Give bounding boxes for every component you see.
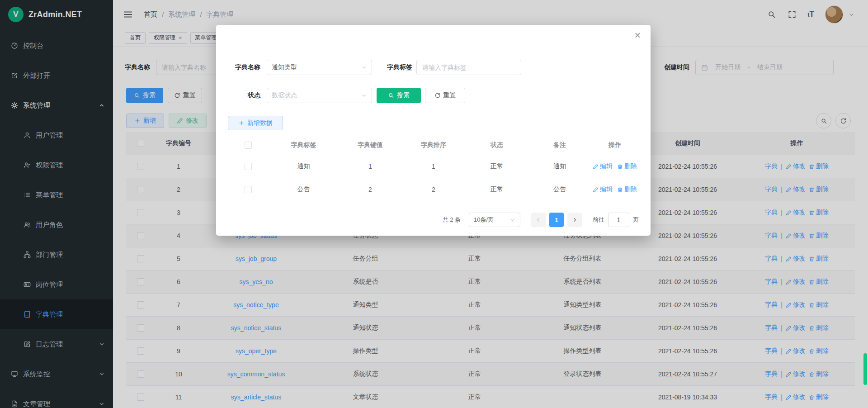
cell-ops: 编辑 删除	[591, 185, 639, 194]
add-data-button[interactable]: 新增数据	[228, 116, 283, 130]
chevron-left-icon	[535, 217, 542, 223]
cell-dict-label: 通知	[269, 162, 339, 171]
dict-label-input[interactable]	[416, 60, 521, 75]
page-number-1[interactable]: 1	[549, 213, 564, 227]
plus-icon	[238, 120, 245, 126]
page-unit-label: 页	[633, 216, 639, 224]
cell-dict-label: 公告	[269, 185, 339, 194]
status-select[interactable]: 数据状态	[267, 88, 372, 103]
goto-label: 前往	[593, 216, 604, 224]
modal-search-button[interactable]: 搜索	[377, 88, 421, 103]
delete-link[interactable]: 删除	[617, 162, 637, 171]
row-checkbox[interactable]	[245, 163, 252, 170]
cell-dict-sort: 1	[402, 163, 465, 170]
delete-link[interactable]: 删除	[617, 185, 637, 194]
scrollbar-thumb[interactable]	[863, 353, 867, 385]
goto-page-input[interactable]	[608, 213, 629, 227]
chevron-down-icon	[509, 217, 515, 223]
edit-link[interactable]: 编辑	[593, 162, 613, 171]
dict-label-label: 字典标签	[379, 63, 412, 71]
chevron-down-icon	[361, 65, 367, 71]
cell-dict-value: 1	[339, 163, 402, 170]
refresh-icon	[434, 92, 441, 99]
cell-status: 正常	[465, 162, 528, 171]
modal-filter-row-2: 状态 数据状态 搜索 重置	[228, 88, 465, 103]
modal-reset-button[interactable]: 重置	[425, 88, 465, 103]
cell-dict-sort: 2	[402, 186, 465, 193]
dict-data-row: 公告 2 2 正常 公告 编辑 删除	[228, 178, 639, 201]
header-dict-sort: 字典排序	[402, 141, 465, 149]
chevron-down-icon	[361, 93, 367, 99]
header-ops: 操作	[591, 141, 639, 149]
modal-table-body: 通知 1 1 正常 通知 编辑 删除 公告 2 2 正常 公告 编辑 删除	[228, 155, 639, 201]
modal-filter-row-1: 字典名称 通知类型 字典标签	[228, 60, 521, 75]
search-icon	[388, 92, 394, 99]
header-remark: 备注	[528, 141, 591, 149]
row-checkbox[interactable]	[245, 186, 252, 193]
trash-icon	[617, 164, 623, 170]
close-icon[interactable]: ×	[635, 30, 641, 41]
dict-data-table-header: 字典标签 字典键值 字典排序 状态 备注 操作	[228, 135, 639, 155]
dict-data-table: 字典标签 字典键值 字典排序 状态 备注 操作 通知 1 1 正常 通知 编辑 …	[228, 135, 639, 201]
dict-name-select[interactable]: 通知类型	[267, 60, 372, 75]
cell-remark: 通知	[528, 162, 591, 171]
cell-status: 正常	[465, 185, 528, 194]
edit-link[interactable]: 编辑	[593, 185, 613, 194]
header-dict-value: 字典键值	[339, 141, 402, 149]
dict-data-row: 通知 1 1 正常 通知 编辑 删除	[228, 155, 639, 178]
cell-remark: 公告	[528, 185, 591, 194]
cell-dict-value: 2	[339, 186, 402, 193]
header-dict-label: 字典标签	[269, 141, 339, 149]
header-status: 状态	[465, 141, 528, 149]
pagination-total: 共 2 条	[443, 216, 461, 224]
modal-pagination: 共 2 条 10条/页 1 前往 页	[228, 213, 639, 227]
next-page-button[interactable]	[567, 213, 582, 227]
page-size-select[interactable]: 10条/页	[469, 213, 520, 227]
status-label: 状态	[228, 91, 260, 100]
trash-icon	[617, 187, 623, 193]
prev-page-button[interactable]	[531, 213, 546, 227]
chevron-right-icon	[571, 217, 578, 223]
edit-icon	[593, 187, 599, 193]
dict-name-label: 字典名称	[228, 63, 260, 71]
dict-data-dialog: × 字典名称 通知类型 字典标签 状态 数据状态 搜索 重置 新增数据 字典标	[216, 25, 651, 236]
cell-ops: 编辑 删除	[591, 162, 639, 171]
select-all-checkbox[interactable]	[245, 142, 252, 149]
edit-icon	[593, 164, 599, 170]
